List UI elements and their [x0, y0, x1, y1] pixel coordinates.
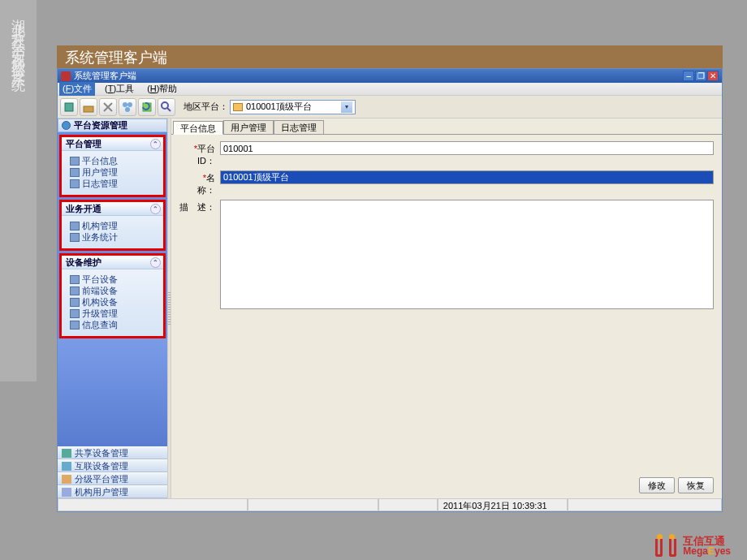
sidebar-item-log-mgmt[interactable]: 日志管理 — [70, 179, 160, 189]
sidebar-btn-org-user[interactable]: 机构用户管理 — [58, 485, 167, 498]
sidebar: 平台资源管理 平台管理 ⌃ 平台信息 用户管理 日志管理 — [58, 118, 167, 498]
item-icon — [70, 168, 80, 177]
sidebar-item-biz-stat[interactable]: 业务统计 — [70, 232, 160, 243]
status-cell — [248, 499, 378, 511]
logo-icon — [654, 534, 678, 557]
id-label: *平台 ID： — [179, 141, 220, 167]
sidebar-item-frontend-device[interactable]: 前端设备 — [70, 286, 160, 296]
slide-title: 系统管理客户端 — [57, 45, 723, 68]
app-icon — [61, 71, 71, 81]
svg-point-3 — [127, 102, 132, 107]
modify-button[interactable]: 修改 — [639, 477, 675, 493]
sidebar-item-platform-device[interactable]: 平台设备 — [70, 274, 160, 285]
slide: 系统管理客户端 系统管理客户端 ‒ ❐ ✕ (F)文件 (T)工具 (H)帮助 … — [57, 45, 723, 519]
app-window: 系统管理客户端 ‒ ❐ ✕ (F)文件 (T)工具 (H)帮助 地区平台： 01… — [57, 68, 723, 512]
svg-point-6 — [162, 102, 168, 109]
toolbar-btn-5[interactable] — [138, 98, 156, 116]
logo-text: 互信互通 MegaEyes — [683, 536, 731, 556]
window-title: 系统管理客户端 — [74, 70, 136, 82]
sidebar-btn-interconn-device[interactable]: 互联设备管理 — [58, 459, 167, 472]
status-cell — [378, 499, 438, 511]
toolbar-btn-6[interactable] — [158, 98, 175, 116]
toolbar: 地区平台： 010001顶级平台 ▾ — [58, 96, 722, 118]
platform-id-input[interactable] — [220, 141, 714, 155]
collapse-icon[interactable]: ⌃ — [150, 257, 161, 268]
panel-business-open-header[interactable]: 业务开通 ⌃ — [62, 202, 163, 216]
tab-log-mgmt[interactable]: 日志管理 — [274, 120, 324, 134]
svg-point-4 — [125, 107, 130, 112]
close-button[interactable]: ✕ — [707, 71, 719, 81]
svg-point-2 — [123, 102, 127, 107]
panel-device-maint-header[interactable]: 设备维护 ⌃ — [62, 256, 163, 269]
item-icon — [62, 475, 71, 484]
status-cell — [58, 499, 248, 511]
toolbar-btn-1[interactable] — [60, 98, 78, 116]
tab-bar: 平台信息 用户管理 日志管理 — [171, 118, 722, 134]
svg-rect-1 — [84, 106, 93, 112]
drag-handle-icon — [168, 292, 171, 325]
menu-help[interactable]: (H)帮助 — [144, 82, 180, 96]
sidebar-item-user-mgmt[interactable]: 用户管理 — [70, 167, 160, 178]
maximize-button[interactable]: ❐ — [695, 71, 706, 81]
desc-label: 描 述： — [179, 200, 220, 213]
collapse-icon[interactable]: ⌃ — [150, 204, 161, 214]
panel-platform-mgmt-header[interactable]: 平台管理 ⌃ — [62, 137, 163, 151]
sidebar-item-org-mgmt[interactable]: 机构管理 — [70, 221, 160, 231]
status-cell — [568, 499, 722, 511]
item-icon — [70, 275, 80, 284]
status-datetime: 2011年03月21日 10:39:31 — [438, 499, 568, 511]
presentation-sidebar: 湖北省社会治安视频监控系统 — [0, 0, 37, 381]
item-icon — [62, 488, 71, 497]
sidebar-item-platform-info[interactable]: 平台信息 — [70, 156, 160, 166]
menu-file[interactable]: (F)文件 — [59, 82, 95, 96]
svg-line-7 — [167, 108, 171, 111]
tab-user-mgmt[interactable]: 用户管理 — [223, 120, 274, 134]
form-area: *平台 ID： *名 称： 描 述： 修改 恢复 — [171, 134, 722, 498]
sidebar-bottom-nav: 共享设备管理 互联设备管理 分级平台管理 机构用户管理 — [58, 446, 167, 498]
sidebar-item-org-device[interactable]: 机构设备 — [70, 297, 160, 308]
sidebar-item-info-query[interactable]: 信息查询 — [70, 320, 160, 330]
item-icon — [70, 157, 80, 166]
world-icon — [62, 121, 71, 130]
status-bar: 2011年03月21日 10:39:31 — [58, 498, 722, 511]
toolbar-btn-2[interactable] — [80, 98, 97, 116]
restore-button[interactable]: 恢复 — [678, 477, 714, 493]
sidebar-btn-shared-device[interactable]: 共享设备管理 — [58, 446, 167, 459]
sidebar-btn-tiered-platform[interactable]: 分级平台管理 — [58, 472, 167, 485]
item-icon — [62, 462, 71, 471]
menu-bar: (F)文件 (T)工具 (H)帮助 — [58, 83, 722, 96]
platform-name-input[interactable] — [220, 170, 714, 184]
item-icon — [70, 233, 80, 242]
sidebar-section-header[interactable]: 平台资源管理 — [58, 118, 167, 132]
window-titlebar: 系统管理客户端 ‒ ❐ ✕ — [58, 69, 722, 83]
highlight-box-2: 业务开通 ⌃ 机构管理 业务统计 — [59, 200, 166, 251]
item-icon — [70, 222, 80, 230]
svg-rect-0 — [65, 103, 73, 111]
region-label: 地区平台： — [184, 101, 228, 113]
item-icon — [70, 179, 80, 188]
chevron-down-icon: ▾ — [341, 101, 352, 113]
collapse-icon[interactable]: ⌃ — [150, 139, 161, 149]
region-value: 010001顶级平台 — [246, 101, 312, 113]
toolbar-btn-4[interactable] — [119, 98, 136, 116]
item-icon — [62, 449, 71, 458]
presentation-sidebar-title: 湖北省社会治安视频监控系统 — [0, 0, 28, 71]
minimize-button[interactable]: ‒ — [683, 71, 694, 81]
item-icon — [70, 286, 80, 295]
highlight-box-1: 平台管理 ⌃ 平台信息 用户管理 日志管理 — [59, 135, 166, 197]
toolbar-btn-3[interactable] — [99, 98, 117, 116]
platform-desc-textarea[interactable] — [220, 200, 714, 309]
name-label: *名 称： — [179, 170, 220, 196]
sidebar-item-upgrade-mgmt[interactable]: 升级管理 — [70, 308, 160, 319]
folder-icon — [233, 103, 243, 111]
item-icon — [70, 321, 80, 330]
main-panel: 平台信息 用户管理 日志管理 *平台 ID： *名 称： 描 述： — [171, 118, 722, 498]
item-icon — [70, 309, 80, 318]
menu-tools[interactable]: (T)工具 — [101, 82, 137, 96]
item-icon — [70, 298, 80, 307]
region-combo[interactable]: 010001顶级平台 ▾ — [230, 100, 356, 114]
highlight-box-3: 设备维护 ⌃ 平台设备 前端设备 机构设备 升级管理 信息查询 — [59, 253, 166, 338]
tab-platform-info[interactable]: 平台信息 — [173, 121, 223, 135]
footer-brand: 互信互通 MegaEyes — [654, 534, 731, 557]
